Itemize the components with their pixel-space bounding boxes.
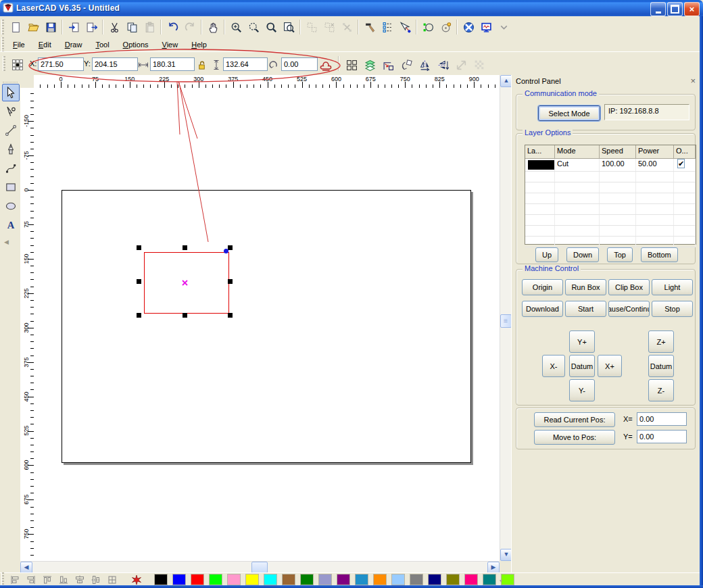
- zoom-page-icon[interactable]: [280, 18, 297, 36]
- drawing-canvas[interactable]: [34, 88, 500, 561]
- light-button[interactable]: Light: [652, 279, 693, 295]
- selection-handle[interactable]: [137, 245, 141, 250]
- tool-text[interactable]: A: [2, 216, 20, 234]
- y-pos-input[interactable]: [637, 430, 687, 443]
- select-mode-button[interactable]: Select Mode: [538, 105, 600, 121]
- palette-swatch[interactable]: [464, 574, 478, 585]
- layer-col-header[interactable]: La...: [525, 145, 555, 158]
- origin-button[interactable]: Origin: [522, 279, 563, 295]
- menu-tool[interactable]: Tool: [89, 39, 115, 50]
- read-current-pos-button[interactable]: Read Current Pos:: [534, 412, 615, 427]
- palette-swatch[interactable]: [410, 574, 423, 585]
- layer-col-header[interactable]: Mode: [555, 145, 600, 158]
- stop-button[interactable]: Stop: [652, 301, 693, 317]
- export-icon[interactable]: [82, 18, 100, 36]
- selection-handle[interactable]: [137, 313, 141, 318]
- palette-swatch[interactable]: [154, 574, 168, 585]
- layer-top-button[interactable]: Top: [607, 247, 633, 262]
- y-position-input[interactable]: [92, 57, 138, 71]
- width-input[interactable]: [150, 57, 195, 71]
- selection-handle[interactable]: [228, 279, 233, 284]
- palette-swatch[interactable]: [318, 574, 332, 585]
- layer-power[interactable]: 50.00: [636, 159, 674, 171]
- overflow-icon[interactable]: [495, 18, 512, 36]
- download-button[interactable]: Download: [522, 301, 563, 317]
- vertical-scroll-thumb[interactable]: ☰: [500, 314, 512, 328]
- clip-box-button[interactable]: Clip Box: [608, 279, 650, 295]
- rotate-copy-icon[interactable]: [398, 57, 414, 73]
- pause-continue-button[interactable]: Pause/Continue: [608, 301, 650, 317]
- selection-handle[interactable]: [228, 245, 233, 250]
- vertical-scrollbar[interactable]: ▲ ☰ ▼: [500, 75, 512, 561]
- x-pos-input[interactable]: [637, 412, 687, 426]
- palette-swatch[interactable]: [245, 574, 259, 585]
- menu-view[interactable]: View: [156, 39, 185, 50]
- layer-col-header[interactable]: Speed: [600, 145, 636, 158]
- anchor-grid-icon[interactable]: [9, 57, 26, 73]
- quad-icon[interactable]: [343, 57, 360, 73]
- palette-swatch[interactable]: [337, 574, 350, 585]
- zoom-in-icon[interactable]: [227, 18, 245, 36]
- layer-up-button[interactable]: Up: [535, 247, 558, 262]
- layer-order-icon[interactable]: [362, 57, 378, 73]
- menu-draw[interactable]: Draw: [59, 39, 89, 50]
- pan-icon[interactable]: [204, 18, 222, 36]
- palette-swatch[interactable]: [373, 574, 387, 585]
- palette-more-icon[interactable]: ▾: [500, 578, 502, 584]
- selection-handle[interactable]: [183, 313, 187, 318]
- zoom-select-icon[interactable]: [245, 18, 262, 36]
- layer-output-checkbox[interactable]: ✔: [677, 159, 685, 168]
- apply-stamp-icon[interactable]: [318, 57, 334, 73]
- star-icon[interactable]: [128, 574, 145, 586]
- mirror-v-icon[interactable]: [435, 57, 451, 73]
- circle-node-icon[interactable]: [419, 18, 437, 36]
- tool-rectangle[interactable]: [2, 178, 20, 196]
- lock-ratio-icon[interactable]: [193, 57, 210, 73]
- palette-swatch[interactable]: [191, 574, 204, 585]
- jog-x-plus-button[interactable]: X+: [598, 355, 622, 377]
- tools-expander-icon[interactable]: ◀: [4, 239, 9, 245]
- menu-file[interactable]: File: [7, 39, 31, 50]
- layer-mode[interactable]: Cut: [555, 159, 600, 171]
- jog-z-plus-button[interactable]: Z+: [648, 330, 674, 353]
- layer-speed[interactable]: 100.00: [600, 159, 636, 171]
- layer-color-swatch[interactable]: [528, 160, 555, 170]
- import-icon[interactable]: [65, 18, 82, 36]
- hammer-icon[interactable]: [361, 18, 379, 36]
- palette-swatch[interactable]: [483, 574, 496, 585]
- palette-swatch[interactable]: [501, 574, 514, 585]
- layer-bottom-button[interactable]: Bottom: [641, 247, 678, 262]
- circle-rotate-icon[interactable]: [437, 18, 454, 36]
- corner-align-icon[interactable]: [380, 57, 396, 73]
- copy-icon[interactable]: [123, 18, 141, 36]
- run-box-button[interactable]: Run Box: [565, 279, 606, 295]
- palette-swatch[interactable]: [428, 574, 441, 585]
- palette-swatch[interactable]: [209, 574, 222, 585]
- palette-swatch[interactable]: [264, 574, 277, 585]
- layer-row[interactable]: Cut100.0050.00✔: [525, 159, 696, 172]
- new-icon[interactable]: [7, 18, 24, 36]
- tool-ellipse[interactable]: [2, 197, 20, 215]
- palette-swatch[interactable]: [282, 574, 295, 585]
- menu-edit[interactable]: Edit: [32, 39, 57, 50]
- open-icon[interactable]: [24, 18, 42, 36]
- globe-icon[interactable]: [460, 18, 477, 36]
- layer-col-header[interactable]: Power: [636, 145, 674, 158]
- move-to-pos-button[interactable]: Move to Pos:: [534, 430, 615, 445]
- selection-handle[interactable]: [183, 245, 187, 250]
- node-list-icon[interactable]: [379, 18, 396, 36]
- cut-icon[interactable]: [105, 18, 123, 36]
- close-button[interactable]: ×: [684, 2, 700, 16]
- maximize-button[interactable]: [667, 2, 683, 16]
- jog-y-minus-button[interactable]: Y-: [569, 379, 595, 401]
- horizontal-scrollbar[interactable]: ◀ ▶: [20, 561, 500, 573]
- start-point-node[interactable]: [224, 249, 228, 253]
- palette-swatch[interactable]: [300, 574, 314, 585]
- tool-select[interactable]: [2, 84, 20, 101]
- minimize-button[interactable]: [650, 2, 666, 16]
- tool-node-edit[interactable]: [2, 103, 20, 120]
- palette-swatch[interactable]: [172, 574, 186, 585]
- height-input[interactable]: [223, 57, 268, 71]
- jog-y-plus-button[interactable]: Y+: [569, 330, 595, 353]
- zoom-all-icon[interactable]: [262, 18, 280, 36]
